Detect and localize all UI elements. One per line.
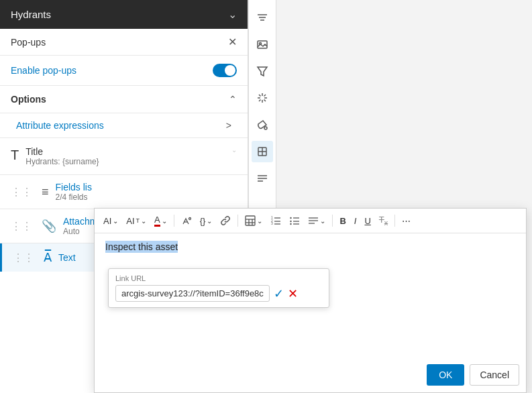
close-popups-button[interactable]: ✕ [228, 36, 237, 48]
enable-popups-row: Enable pop-ups [0, 56, 248, 86]
panel-title: Hydrants [11, 9, 51, 20]
title-subtitle: Hydrants: {surname} [25, 157, 99, 166]
attribute-expressions-row[interactable]: Attribute expressions > [0, 113, 248, 138]
toolbar-divider-1 [174, 215, 174, 227]
table-button[interactable]: ⌄ [242, 213, 266, 228]
underline-label: U [364, 216, 370, 226]
image-icon-button[interactable] [252, 34, 273, 55]
attribute-expressions-label: Attribute expressions [16, 120, 104, 131]
table-icon [245, 215, 256, 226]
popups-row: Pop-ups ✕ [0, 29, 248, 56]
svg-point-38 [290, 221, 292, 222]
title-row: T Title Hydrants: {surname} ⌄ [0, 138, 248, 175]
code-button[interactable]: {} ⌄ [197, 214, 216, 228]
enable-popups-toggle[interactable] [213, 64, 237, 77]
toolbar-divider-4 [394, 215, 395, 227]
font-color-button[interactable]: A ⌄ [151, 213, 170, 229]
svg-line-10 [259, 95, 261, 97]
filter-icon-button[interactable] [252, 7, 273, 28]
align-icon-button[interactable] [252, 168, 273, 189]
text-icon: A̅ [44, 250, 52, 265]
options-label: Options [11, 94, 46, 105]
table-chevron-icon: ⌄ [257, 217, 262, 225]
drag-handle-icon: ⋮⋮ [11, 186, 32, 199]
cancel-button[interactable]: Cancel [470, 364, 519, 386]
panel-header: Hydrants ⌄ [0, 0, 248, 29]
align-icon [308, 215, 319, 226]
link-url-input[interactable] [115, 285, 270, 302]
bold-label: B [339, 216, 345, 226]
underline-button[interactable]: U [361, 214, 374, 228]
options-row: Options ⌃ [0, 86, 248, 113]
link-popup: Link URL ✓ ✕ [108, 268, 329, 308]
unordered-list-icon [289, 215, 300, 226]
font-format-label: AI [126, 216, 134, 226]
link-icon [220, 215, 231, 226]
sparkle-icon-button[interactable] [252, 87, 273, 109]
font-color-chevron-icon: ⌄ [162, 217, 167, 225]
title-text-group: Title Hydrants: {surname} [25, 146, 99, 166]
funnel-icon-button[interactable] [252, 60, 273, 82]
italic-button[interactable]: I [351, 214, 360, 228]
code-label: {} [200, 216, 206, 226]
action-buttons: OK Cancel [427, 364, 519, 386]
strikethrough-button[interactable]: Tx [376, 213, 391, 229]
ok-button[interactable]: OK [427, 364, 464, 386]
fields-icon: ≡ [42, 185, 49, 199]
enable-popups-label: Enable pop-ups [11, 65, 76, 76]
editor-toolbar: AI ⌄ AI T ⌄ A ⌄ {} ⌄ [95, 209, 526, 233]
title-icon: T [11, 148, 19, 163]
strikethrough-label: Tx [379, 215, 388, 227]
align-chevron-icon: ⌄ [320, 217, 325, 225]
font-size-button[interactable]: AI ⌄ [100, 214, 121, 228]
svg-line-11 [264, 100, 266, 102]
more-options-label: ⋯ [402, 216, 411, 226]
ordered-list-button[interactable]: 1 2 3 [267, 213, 284, 228]
toolbar-divider-3 [332, 215, 333, 227]
fields-list-label: Fields lis [56, 182, 237, 192]
attachments-icon: 📎 [42, 219, 56, 233]
drag-handle-text-icon: ⋮⋮ [13, 251, 34, 264]
bold-button[interactable]: B [336, 214, 349, 228]
italic-label: I [354, 216, 357, 226]
chevron-down-icon: ⌄ [228, 8, 237, 21]
inspect-icon-button[interactable] [252, 141, 273, 162]
link-confirm-button[interactable]: ✓ [274, 286, 284, 301]
link-input-row: ✓ ✕ [115, 285, 322, 302]
font-size-chevron-icon: ⌄ [113, 217, 118, 225]
editor-area: AI ⌄ AI T ⌄ A ⌄ {} ⌄ [94, 208, 527, 393]
svg-point-14 [264, 127, 267, 129]
drag-handle-attachments-icon: ⋮⋮ [11, 220, 32, 233]
ordered-list-icon: 1 2 3 [270, 215, 281, 226]
font-size-label: AI [103, 216, 111, 226]
effects-button[interactable] [178, 213, 195, 228]
svg-marker-5 [258, 67, 267, 76]
highlighted-text: Inspect this asset [105, 241, 178, 253]
unordered-list-button[interactable] [286, 213, 303, 228]
svg-line-13 [259, 100, 261, 102]
svg-point-22 [189, 218, 191, 220]
link-url-label: Link URL [115, 274, 322, 282]
toolbar-divider-2 [237, 215, 238, 227]
fields-list-row: ⋮⋮ ≡ Fields lis 2/4 fields [0, 175, 248, 209]
chevron-up-icon: ⌃ [229, 94, 237, 105]
svg-rect-23 [246, 216, 255, 225]
chevron-right-icon: > [226, 120, 231, 131]
align-button[interactable]: ⌄ [305, 213, 329, 228]
code-chevron-icon: ⌄ [207, 217, 212, 225]
font-color-label: A [154, 215, 160, 227]
font-format-chevron-icon: ⌄ [141, 217, 146, 225]
title-main: Title [25, 146, 99, 157]
link-button[interactable] [217, 213, 234, 228]
font-format-button[interactable]: AI T ⌄ [123, 214, 150, 228]
paint-icon-button[interactable] [252, 114, 273, 135]
title-left: T Title Hydrants: {surname} [11, 146, 99, 166]
title-chevron-icon: ⌄ [231, 146, 237, 154]
popups-label: Pop-ups [11, 37, 46, 48]
more-options-button[interactable]: ⋯ [398, 214, 414, 228]
fields-list-sub: 2/4 fields [56, 192, 237, 202]
link-cancel-button[interactable]: ✕ [288, 286, 298, 301]
effects-icon [181, 215, 192, 226]
svg-point-39 [290, 223, 292, 225]
svg-point-37 [290, 217, 292, 219]
